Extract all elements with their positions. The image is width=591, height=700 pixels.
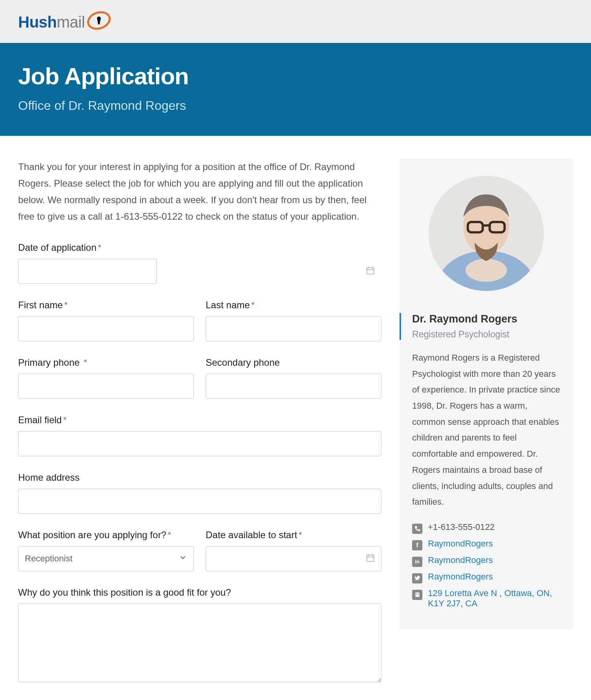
contact-phone: +1-613-555-0122 xyxy=(412,522,560,534)
label-good-fit: Why do you think this position is a good… xyxy=(18,587,381,598)
svg-rect-4 xyxy=(372,267,373,269)
field-email: Email field* xyxy=(18,415,381,456)
intro-text: Thank you for your interest in applying … xyxy=(18,159,381,225)
main-content: Thank you for your interest in applying … xyxy=(0,136,591,700)
label-secondary-phone: Secondary phone xyxy=(206,357,381,368)
twitter-icon xyxy=(412,573,422,583)
contact-facebook: f RaymondRogers xyxy=(412,539,560,550)
doctor-name: Dr. Raymond Rogers xyxy=(412,313,560,325)
linkedin-icon: in xyxy=(412,557,422,567)
phone-icon xyxy=(412,524,422,534)
field-secondary-phone: Secondary phone xyxy=(206,357,381,399)
field-last-name: Last name* xyxy=(206,300,381,341)
label-home-address: Home address xyxy=(18,472,381,483)
date-available-input[interactable] xyxy=(206,546,381,571)
field-good-fit: Why do you think this position is a good… xyxy=(18,587,381,684)
brand-part1: Hush xyxy=(18,13,57,31)
position-select[interactable]: Receptionist xyxy=(18,546,194,571)
required-mark: * xyxy=(63,415,67,424)
svg-rect-2 xyxy=(367,268,374,274)
svg-rect-21 xyxy=(418,594,418,595)
required-mark: * xyxy=(299,530,302,539)
svg-rect-5 xyxy=(367,269,374,270)
label-position: What position are you applying for?* xyxy=(18,530,194,541)
good-fit-textarea[interactable] xyxy=(18,604,381,682)
sidebar-heading: Dr. Raymond Rogers Registered Psychologi… xyxy=(400,313,560,340)
facebook-icon: f xyxy=(412,540,422,550)
label-date-of-application: Date of application* xyxy=(18,242,381,253)
top-bar: Hushmail xyxy=(0,0,591,43)
avatar xyxy=(429,176,544,291)
hero-banner: Job Application Office of Dr. Raymond Ro… xyxy=(0,43,591,136)
last-name-input[interactable] xyxy=(206,316,381,341)
contact-linkedin: in RaymondRogers xyxy=(412,555,560,567)
email-input[interactable] xyxy=(18,431,381,456)
svg-rect-3 xyxy=(368,267,369,269)
doctor-title: Registered Psychologist xyxy=(412,329,560,340)
required-mark: * xyxy=(64,300,67,309)
field-first-name: First name* xyxy=(18,300,194,341)
svg-point-12 xyxy=(465,259,507,281)
field-primary-phone: Primary phone * xyxy=(18,357,194,399)
form-column: Thank you for your interest in applying … xyxy=(18,159,381,700)
doctor-bio: Raymond Rogers is a Registered Psycholog… xyxy=(412,350,560,510)
calendar-icon xyxy=(366,266,375,277)
twitter-link[interactable]: RaymondRogers xyxy=(428,572,493,582)
home-address-input[interactable] xyxy=(18,489,381,514)
address-link[interactable]: 129 Loretta Ave N , Ottawa, ON, K1Y 2J7,… xyxy=(428,588,560,609)
brand-logo: Hushmail xyxy=(18,11,112,33)
brand-part2: mail xyxy=(57,13,85,31)
date-of-application-input[interactable] xyxy=(18,259,157,284)
facebook-link[interactable]: RaymondRogers xyxy=(428,539,493,549)
building-icon xyxy=(412,590,422,600)
primary-phone-input[interactable] xyxy=(18,374,194,399)
linkedin-link[interactable]: RaymondRogers xyxy=(428,555,493,565)
field-home-address: Home address xyxy=(18,472,381,514)
contact-twitter: RaymondRogers xyxy=(412,572,560,583)
label-date-available: Date available to start* xyxy=(206,530,381,541)
svg-rect-20 xyxy=(416,594,417,595)
page-title: Job Application xyxy=(18,63,573,90)
date-input-wrap xyxy=(18,259,381,284)
required-mark: * xyxy=(98,243,101,252)
label-email: Email field* xyxy=(18,415,381,426)
chevron-down-icon xyxy=(178,553,187,564)
required-mark: * xyxy=(168,530,171,539)
svg-rect-19 xyxy=(418,593,418,594)
contact-list: +1-613-555-0122 f RaymondRogers in Raymo… xyxy=(412,522,560,609)
sidebar: Dr. Raymond Rogers Registered Psychologi… xyxy=(400,159,573,629)
contact-phone-text: +1-613-555-0122 xyxy=(428,522,494,532)
keyhole-icon xyxy=(86,11,112,33)
contact-address: 129 Loretta Ave N , Ottawa, ON, K1Y 2J7,… xyxy=(412,588,560,609)
label-first-name: First name* xyxy=(18,300,194,311)
svg-rect-17 xyxy=(415,593,419,597)
date-available-wrap xyxy=(206,546,381,571)
field-position: What position are you applying for?* Rec… xyxy=(18,530,194,571)
secondary-phone-input[interactable] xyxy=(206,374,381,399)
svg-rect-18 xyxy=(416,593,417,594)
required-mark: * xyxy=(84,358,87,367)
page-subtitle: Office of Dr. Raymond Rogers xyxy=(18,98,573,113)
field-date-of-application: Date of application* xyxy=(18,242,381,284)
label-primary-phone: Primary phone * xyxy=(18,357,194,368)
label-last-name: Last name* xyxy=(206,300,381,311)
position-selected-value: Receptionist xyxy=(25,554,72,564)
required-mark: * xyxy=(251,300,255,309)
position-select-wrap: Receptionist xyxy=(18,546,194,571)
field-date-available: Date available to start* xyxy=(206,530,381,571)
first-name-input[interactable] xyxy=(18,316,194,341)
